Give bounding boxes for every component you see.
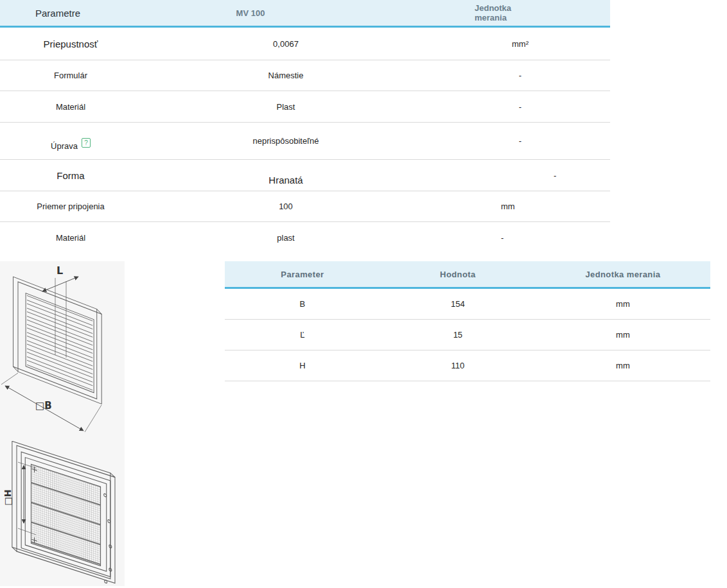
grille-front-drawing: L □B: [0, 261, 125, 441]
dimensions-table-header: Parameter Hodnota Jednotka merania: [225, 261, 710, 289]
depth-dimension-label: L: [57, 264, 63, 277]
spec-row-value: Námestie: [141, 71, 430, 80]
lower-section: L □B: [0, 261, 727, 586]
dim-unit: mm: [536, 361, 710, 370]
spec-row-value: plast: [141, 233, 378, 243]
spec-row-material-2: Materiál plast -: [0, 222, 610, 253]
spec-row-value: Plast: [141, 102, 430, 112]
product-spec-page: Parametre MV 100 Jednotka merania Priepu…: [0, 0, 727, 588]
dim-row-h: H 110 mm: [225, 350, 710, 381]
spec-row-unit: -: [430, 71, 530, 80]
spec-row-formular: Formulár Námestie -: [0, 60, 610, 91]
dim-row-l: Ľ 15 mm: [225, 320, 710, 350]
spec-table-header: Parametre MV 100 Jednotka merania: [0, 0, 610, 28]
spec-row-unit: -: [378, 233, 501, 243]
spec-row-value: 100: [141, 202, 378, 211]
spec-row-label-text: Úprava?: [51, 141, 91, 151]
spec-row-unit: -: [430, 171, 554, 180]
width-dimension-label: □B: [35, 400, 52, 411]
spec-row-unit: mm²: [430, 39, 530, 49]
dim-unit: mm: [536, 299, 710, 309]
height-dimension-label: □H: [3, 490, 13, 506]
dim-parameter: H: [225, 361, 380, 370]
dim-header-value: Hodnota: [380, 270, 536, 279]
dim-value: 154: [380, 299, 536, 309]
spec-row-unit: -: [430, 102, 530, 112]
dim-row-b: B 154 mm: [225, 289, 710, 320]
grille-back-frame: [12, 441, 115, 586]
grille-back-drawing: □H: [0, 441, 125, 586]
spec-row-label: Forma: [0, 170, 141, 181]
help-icon[interactable]: ?: [82, 138, 91, 148]
spec-header-parameter: Parametre: [0, 8, 106, 19]
spec-row-value: 0,0067: [141, 39, 430, 49]
spec-row-value: Hranatá: [141, 170, 430, 181]
spec-row-label: Materiál: [0, 102, 141, 112]
grille-frame: [13, 277, 102, 404]
spec-row-uprava: Úprava? neprispôsobiteľné -: [0, 123, 610, 160]
spec-row-priemer: Priemer pripojenia 100 mm: [0, 191, 610, 222]
dim-value: 15: [380, 330, 536, 340]
spec-row-material-1: Materiál Plast -: [0, 91, 610, 123]
dim-header-parameter: Parameter: [225, 270, 380, 279]
spec-row-forma: Forma Hranatá -: [0, 160, 610, 191]
dim-header-unit: Jednotka merania: [536, 270, 710, 279]
technical-drawings: L □B: [0, 261, 125, 586]
spec-row-label: Materiál: [0, 233, 141, 243]
spec-row-label: Úprava?: [0, 135, 141, 148]
spec-header-product: MV 100: [106, 8, 395, 18]
dim-unit: mm: [536, 330, 710, 340]
spec-row-value: neprispôsobiteľné: [141, 136, 430, 146]
product-spec-table: Parametre MV 100 Jednotka merania Priepu…: [0, 0, 610, 253]
depth-dimension-line: [42, 277, 78, 291]
dim-parameter: B: [225, 299, 380, 309]
dim-parameter: Ľ: [225, 330, 380, 340]
spec-header-unit: Jednotka merania: [395, 3, 495, 22]
spec-row-label: Priemer pripojenia: [0, 202, 141, 211]
spec-row-label: Priepustnosť: [0, 39, 141, 49]
dimensions-table: Parameter Hodnota Jednotka merania B 154…: [225, 261, 710, 586]
spec-row-label: Formulár: [0, 71, 141, 80]
spec-row-priepustnost: Priepustnosť 0,0067 mm²: [0, 28, 610, 60]
spec-row-unit: mm: [378, 202, 501, 211]
dim-value: 110: [380, 361, 536, 370]
spec-row-unit: -: [430, 136, 530, 146]
